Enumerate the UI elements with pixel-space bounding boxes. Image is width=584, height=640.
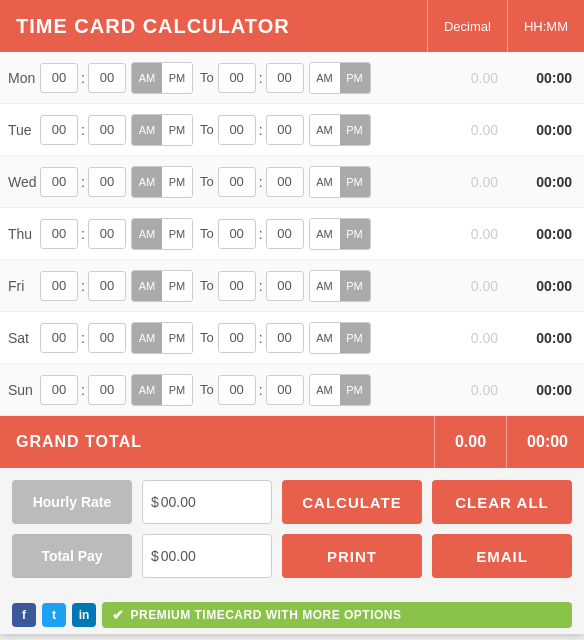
start-am-button[interactable]: AM [132,167,162,197]
hhmm-value: 00:00 [506,382,576,398]
start-pm-button[interactable]: PM [162,167,192,197]
check-icon: ✔ [112,607,125,623]
colon-1: : [80,382,86,398]
end-hour-input[interactable] [218,219,256,249]
start-hour-input[interactable] [40,115,78,145]
facebook-icon[interactable]: f [12,603,36,627]
end-min-input[interactable] [266,271,304,301]
hhmm-header: HH:MM [507,0,584,52]
start-am-button[interactable]: AM [132,375,162,405]
twitter-icon[interactable]: t [42,603,66,627]
start-am-button[interactable]: AM [132,63,162,93]
end-min-input[interactable] [266,375,304,405]
start-pm-button[interactable]: PM [162,115,192,145]
email-button[interactable]: EMAIL [432,534,572,578]
to-label: To [196,70,218,85]
start-pm-button[interactable]: PM [162,219,192,249]
start-min-input[interactable] [88,323,126,353]
decimal-value: 0.00 [374,278,506,294]
end-pm-button[interactable]: PM [340,63,370,93]
end-ampm-group: AM PM [309,322,371,354]
hourly-rate-currency: $ [151,494,159,510]
end-min-input[interactable] [266,323,304,353]
end-am-button[interactable]: AM [310,323,340,353]
start-min-input[interactable] [88,63,126,93]
start-min-input[interactable] [88,167,126,197]
end-min-input[interactable] [266,63,304,93]
start-pm-button[interactable]: PM [162,323,192,353]
linkedin-icon[interactable]: in [72,603,96,627]
start-pm-button[interactable]: PM [162,63,192,93]
end-hour-input[interactable] [218,375,256,405]
to-label: To [196,122,218,137]
colon-2: : [258,278,264,294]
total-pay-input[interactable] [161,548,251,564]
start-hour-input[interactable] [40,167,78,197]
start-min-input[interactable] [88,271,126,301]
day-label: Tue [8,122,40,138]
end-am-button[interactable]: AM [310,167,340,197]
end-am-button[interactable]: AM [310,271,340,301]
end-hour-input[interactable] [218,271,256,301]
colon-1: : [80,226,86,242]
day-row-tue: Tue : AM PM To : AM PM 0.00 [0,104,584,156]
start-hour-input[interactable] [40,271,78,301]
start-ampm-group: AM PM [131,270,193,302]
end-hour-input[interactable] [218,63,256,93]
start-am-button[interactable]: AM [132,219,162,249]
premium-label: PREMIUM TIMECARD WITH MORE OPTIONS [131,608,402,622]
premium-banner[interactable]: ✔ PREMIUM TIMECARD WITH MORE OPTIONS [102,602,572,628]
decimal-value: 0.00 [374,122,506,138]
to-label: To [196,278,218,293]
start-am-button[interactable]: AM [132,323,162,353]
end-pm-button[interactable]: PM [340,219,370,249]
end-am-button[interactable]: AM [310,115,340,145]
end-min-input[interactable] [266,115,304,145]
day-row-fri: Fri : AM PM To : AM PM 0.00 [0,260,584,312]
decimal-value: 0.00 [374,70,506,86]
end-ampm-group: AM PM [309,166,371,198]
end-am-button[interactable]: AM [310,375,340,405]
calculate-button[interactable]: CALCULATE [282,480,422,524]
end-pm-button[interactable]: PM [340,323,370,353]
day-row-sat: Sat : AM PM To : AM PM 0.00 [0,312,584,364]
print-button[interactable]: PRINT [282,534,422,578]
to-label: To [196,226,218,241]
start-ampm-group: AM PM [131,374,193,406]
end-hour-input[interactable] [218,167,256,197]
start-pm-button[interactable]: PM [162,375,192,405]
day-label: Thu [8,226,40,242]
start-pm-button[interactable]: PM [162,271,192,301]
start-time-group: : AM PM [40,62,196,94]
start-min-input[interactable] [88,115,126,145]
end-min-input[interactable] [266,219,304,249]
hourly-rate-label: Hourly Rate [12,480,132,524]
start-am-button[interactable]: AM [132,115,162,145]
colon-2: : [258,330,264,346]
end-hour-input[interactable] [218,115,256,145]
end-pm-button[interactable]: PM [340,375,370,405]
clear-all-button[interactable]: CLEAR ALL [432,480,572,524]
start-hour-input[interactable] [40,323,78,353]
hhmm-value: 00:00 [506,122,576,138]
start-hour-input[interactable] [40,63,78,93]
grand-total-hhmm: 00:00 [507,433,568,451]
end-pm-button[interactable]: PM [340,167,370,197]
end-am-button[interactable]: AM [310,219,340,249]
start-time-group: : AM PM [40,218,196,250]
hourly-rate-input[interactable] [161,494,251,510]
start-min-input[interactable] [88,375,126,405]
start-am-button[interactable]: AM [132,271,162,301]
end-am-button[interactable]: AM [310,63,340,93]
colon-1: : [80,278,86,294]
end-time-group: : AM PM [218,114,374,146]
end-hour-input[interactable] [218,323,256,353]
end-time-group: : AM PM [218,166,374,198]
start-ampm-group: AM PM [131,322,193,354]
end-pm-button[interactable]: PM [340,271,370,301]
end-min-input[interactable] [266,167,304,197]
start-min-input[interactable] [88,219,126,249]
end-pm-button[interactable]: PM [340,115,370,145]
start-hour-input[interactable] [40,375,78,405]
start-hour-input[interactable] [40,219,78,249]
